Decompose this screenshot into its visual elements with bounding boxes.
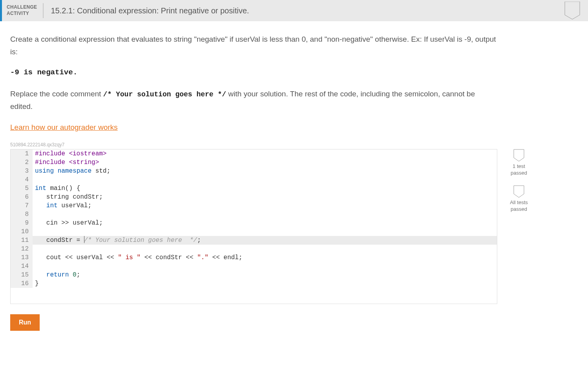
code-text[interactable]: cin >> userVal; <box>33 219 497 227</box>
code-line[interactable]: 12 <box>11 245 497 253</box>
code-line[interactable]: 13 cout << userVal << " is " << condStr … <box>11 253 497 262</box>
code-text[interactable]: using namespace std; <box>33 167 497 175</box>
instructions-p2: Replace the code comment /* Your solutio… <box>10 88 497 113</box>
code-line[interactable]: 4 <box>11 175 497 184</box>
header-label-line2: ACTIVITY <box>7 11 37 17</box>
code-text[interactable]: cout << userVal << " is " << condStr << … <box>33 253 497 262</box>
line-number: 1 <box>11 149 33 158</box>
challenge-title: 15.2.1: Conditional expression: Print ne… <box>44 6 249 15</box>
line-number: 7 <box>11 201 33 210</box>
line-number: 11 <box>11 236 33 245</box>
line-number: 5 <box>11 184 33 193</box>
code-line[interactable]: 6 string condStr; <box>11 193 497 201</box>
code-line[interactable]: 1#include <iostream> <box>11 149 497 158</box>
code-text[interactable]: return 0; <box>33 271 497 279</box>
line-number: 12 <box>11 245 33 253</box>
instructions-p2code: /* Your solution goes here */ <box>103 90 226 98</box>
code-text[interactable]: string condStr; <box>33 193 497 201</box>
challenge-label: CHALLENGE ACTIVITY <box>7 3 44 18</box>
line-number: 16 <box>11 279 33 288</box>
code-line[interactable]: 8 <box>11 210 497 219</box>
checkbox-icon <box>505 149 533 162</box>
line-number: 2 <box>11 158 33 167</box>
badge2-line2: passed <box>505 206 533 213</box>
code-line[interactable]: 9 cin >> userVal; <box>11 219 497 227</box>
line-number: 10 <box>11 227 33 236</box>
line-number: 15 <box>11 271 33 279</box>
badge2-line1: All tests <box>505 199 533 206</box>
code-line[interactable]: 5int main() { <box>11 184 497 193</box>
challenge-header: CHALLENGE ACTIVITY 15.2.1: Conditional e… <box>0 0 588 21</box>
code-text[interactable] <box>33 210 497 219</box>
code-line[interactable]: 10 <box>11 227 497 236</box>
bookmark-icon <box>564 2 580 20</box>
test-status-sidebar: 1 test passed All tests passed <box>505 149 533 221</box>
code-text[interactable]: condStr = /* Your solution goes here */; <box>33 236 497 245</box>
code-text[interactable]: #include <iostream> <box>33 149 497 158</box>
code-editor[interactable]: 1#include <iostream>2#include <string>3u… <box>10 149 497 304</box>
line-number: 9 <box>11 219 33 227</box>
code-text[interactable] <box>33 175 497 184</box>
instructions-p1: Create a conditional expression that eva… <box>10 33 497 59</box>
code-text[interactable]: int main() { <box>33 184 497 193</box>
line-number: 3 <box>11 167 33 175</box>
header-label-line1: CHALLENGE <box>7 4 37 11</box>
line-number: 14 <box>11 262 33 271</box>
code-line[interactable]: 14 <box>11 262 497 271</box>
code-text[interactable] <box>33 227 497 236</box>
code-text[interactable]: } <box>33 279 497 288</box>
code-line[interactable]: 2#include <string> <box>11 158 497 167</box>
code-text[interactable]: #include <string> <box>33 158 497 167</box>
badge1-line1: 1 test <box>505 163 533 170</box>
line-number: 6 <box>11 193 33 201</box>
code-line[interactable]: 11 condStr = /* Your solution goes here … <box>11 236 497 245</box>
code-line[interactable]: 16} <box>11 279 497 288</box>
line-number: 4 <box>11 175 33 184</box>
code-line[interactable]: 15 return 0; <box>11 271 497 279</box>
checkbox-icon <box>505 185 533 198</box>
run-button[interactable]: Run <box>10 314 40 331</box>
hash-id: 510894.2222148.qx3zqy7 <box>10 142 578 147</box>
code-line[interactable]: 3using namespace std; <box>11 167 497 175</box>
example-output: -9 is negative. <box>10 68 578 77</box>
line-number: 13 <box>11 253 33 262</box>
code-text[interactable] <box>33 262 497 271</box>
code-text[interactable]: int userVal; <box>33 201 497 210</box>
instructions-p2a: Replace the code comment <box>10 90 103 98</box>
badge1-line2: passed <box>505 170 533 177</box>
code-text[interactable] <box>33 245 497 253</box>
learn-autograder-link[interactable]: Learn how our autograder works <box>10 123 118 132</box>
line-number: 8 <box>11 210 33 219</box>
code-line[interactable]: 7 int userVal; <box>11 201 497 210</box>
